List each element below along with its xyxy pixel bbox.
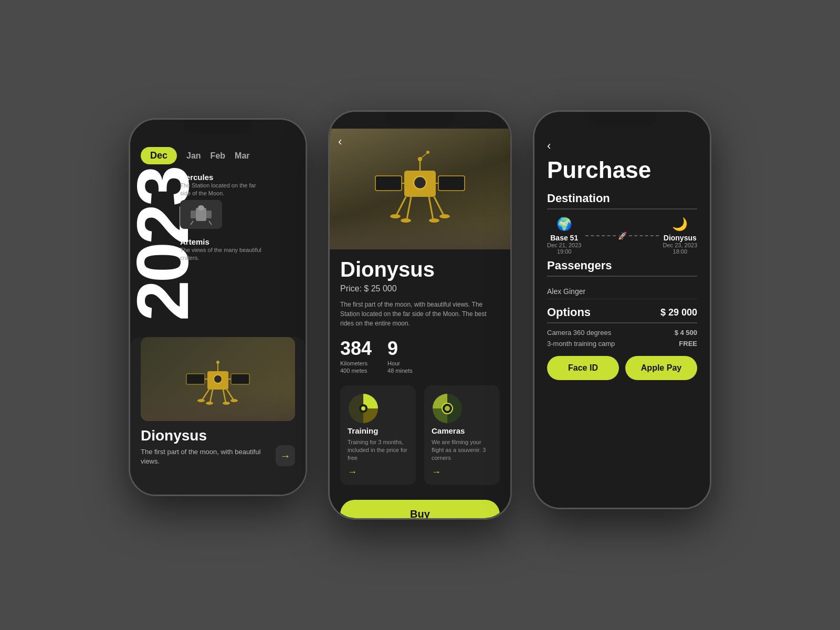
feature-cameras[interactable]: Cameras We are filming your flight as a … — [424, 385, 500, 485]
month-selector: Dec Jan Feb Mar — [141, 147, 295, 164]
mission-hercules[interactable]: Hercules The Station located on the far … — [180, 173, 295, 229]
price-display: Price: $ 25 000 — [340, 284, 500, 293]
back-button-purchase[interactable]: ‹ — [547, 139, 697, 153]
featured-arrow[interactable]: → — [276, 445, 295, 466]
phone-2: ‹ — [328, 110, 512, 520]
svg-rect-7 — [186, 374, 205, 384]
payment-buttons: Face ID Apple Pay — [547, 356, 697, 380]
svg-line-5 — [209, 221, 212, 225]
hero-image: ‹ — [330, 129, 510, 249]
options-header: Options $ 29 000 — [547, 306, 697, 323]
features-row: Training Training for 3 months, included… — [340, 385, 500, 485]
description-text: The first part of the moon, with beautif… — [340, 300, 500, 328]
svg-point-27 — [414, 176, 426, 189]
notch-1 — [184, 120, 252, 134]
featured-image — [141, 337, 295, 421]
passengers-section: Passengers Alex Ginger — [547, 259, 697, 299]
svg-line-12 — [202, 390, 209, 400]
phone2-content: ‹ — [330, 129, 510, 518]
phone-3: ‹ Purchase Destination 🌍 Base 51 Dec 21,… — [533, 110, 711, 509]
month-dec[interactable]: Dec — [141, 147, 177, 164]
svg-point-35 — [429, 218, 439, 223]
stat-km: 384 Kilometers400 metes — [340, 338, 372, 375]
stats-row: 384 Kilometers400 metes 9 Hour48 minets — [340, 338, 500, 375]
svg-point-39 — [426, 151, 429, 154]
svg-point-3 — [198, 205, 204, 211]
svg-rect-24 — [438, 176, 465, 191]
dionysus-title: Dionysus — [340, 258, 500, 281]
svg-line-30 — [407, 197, 411, 219]
svg-rect-23 — [375, 176, 402, 191]
svg-point-17 — [230, 399, 238, 402]
featured-card[interactable]: Dionysus The first part of the moon, wit… — [130, 337, 306, 495]
svg-point-11 — [214, 375, 222, 383]
face-id-button[interactable]: Face ID — [547, 356, 619, 380]
month-feb[interactable]: Feb — [211, 151, 225, 161]
svg-point-32 — [390, 214, 401, 218]
svg-point-34 — [401, 218, 411, 223]
featured-desc: The first part of the moon, with beautif… — [141, 447, 270, 466]
svg-point-21 — [216, 361, 219, 364]
cameras-arrow: → — [432, 467, 492, 478]
feature-training[interactable]: Training Training for 3 months, included… — [340, 385, 416, 485]
route-from: 🌍 Base 51 Dec 21, 2023 19:00 — [547, 217, 581, 255]
svg-line-14 — [210, 390, 213, 403]
month-jan[interactable]: Jan — [186, 151, 201, 161]
svg-rect-8 — [231, 374, 249, 384]
svg-rect-1 — [191, 211, 196, 218]
phone3-content: ‹ Purchase Destination 🌍 Base 51 Dec 21,… — [534, 129, 710, 508]
phone1-content: Dec Jan Feb Mar 2023 Hercules The Statio… — [130, 136, 306, 495]
notch-2 — [386, 112, 454, 127]
notch-3 — [588, 112, 656, 127]
option-camera: Camera 360 degrees $ 4 500 — [547, 329, 697, 337]
moon-icon: 🌙 — [663, 217, 697, 232]
svg-line-29 — [434, 197, 444, 215]
mission-artemis[interactable]: Artemis The views of the many beautiful … — [180, 237, 295, 262]
svg-point-16 — [197, 399, 205, 402]
rocket-icon: 🚀 — [618, 232, 627, 240]
apple-pay-button[interactable]: Apple Pay — [625, 356, 697, 380]
svg-point-19 — [223, 402, 230, 405]
passenger-item: Alex Ginger — [547, 284, 697, 299]
destination-label: Destination — [547, 192, 697, 209]
earth-icon: 🌍 — [547, 217, 581, 232]
missions-list: Hercules The Station located on the far … — [180, 173, 295, 262]
svg-line-4 — [191, 221, 193, 225]
options-total: $ 29 000 — [660, 307, 697, 318]
buy-button[interactable]: Buy — [340, 500, 500, 518]
route-to: 🌙 Dionysus Dec 23, 2023 18:00 — [663, 217, 697, 255]
svg-line-31 — [429, 197, 433, 219]
purchase-title: Purchase — [547, 157, 697, 183]
training-arrow: → — [348, 467, 408, 478]
svg-point-18 — [206, 402, 213, 405]
svg-point-33 — [439, 214, 450, 218]
featured-title: Dionysus — [141, 427, 270, 444]
back-button[interactable]: ‹ — [338, 135, 342, 149]
month-mar[interactable]: Mar — [235, 151, 249, 161]
stat-hours: 9 Hour48 minets — [387, 338, 413, 375]
options-label: Options — [547, 306, 591, 319]
phone2-body: Dionysus Price: $ 25 000 The first part … — [330, 249, 510, 518]
option-training: 3-month training camp FREE — [547, 340, 697, 348]
svg-rect-2 — [206, 211, 212, 218]
svg-line-15 — [223, 390, 226, 403]
phone-1: Dec Jan Feb Mar 2023 Hercules The Statio… — [129, 118, 307, 496]
route-display: 🌍 Base 51 Dec 21, 2023 19:00 🚀 🌙 Dionysu… — [547, 217, 697, 255]
route-line: 🚀 — [581, 232, 663, 240]
svg-line-38 — [420, 153, 427, 159]
options-section: Options $ 29 000 Camera 360 degrees $ 4 … — [547, 306, 697, 348]
svg-line-28 — [396, 197, 406, 215]
svg-line-13 — [227, 390, 234, 400]
svg-point-46 — [445, 406, 450, 411]
passengers-label: Passengers — [547, 259, 697, 277]
mission-hercules-image — [180, 200, 222, 229]
